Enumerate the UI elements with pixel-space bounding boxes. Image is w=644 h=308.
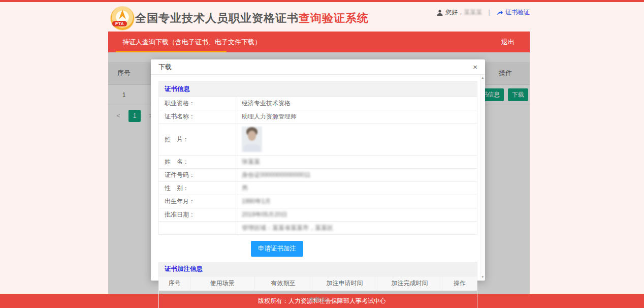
photo-face-shape: [248, 131, 256, 141]
modal-scrollbar[interactable]: ▲ ▼: [480, 75, 485, 280]
no-data-text: 无数据: [159, 291, 477, 308]
page-title-accent: 查询验证系统: [299, 12, 369, 24]
cert-row-gender: 性 别： 男: [159, 182, 477, 195]
pta-logo-icon: PTA: [111, 7, 134, 30]
cert-label: 职业资格：: [159, 97, 236, 110]
modal-header: 下载 ×: [151, 59, 485, 75]
logo-banner-text: PTA: [112, 21, 127, 26]
cert-value: 助理人力资源管理师: [236, 110, 477, 124]
cert-verify-label: 证书验证: [505, 8, 530, 17]
anno-col-apply-time: 加注申请时间: [312, 276, 377, 291]
apply-annotation-button[interactable]: 申请证书加注: [251, 241, 303, 257]
cert-row-photo: 照 片：: [159, 124, 477, 156]
cert-row-id-number: 证件号码： 身份证000000000000011: [159, 169, 477, 182]
cert-label: 照 片：: [159, 124, 236, 156]
greeting-text: 您好，: [445, 8, 464, 17]
username-masked: 某某某: [464, 8, 482, 17]
annotation-table: 序号 使用场景 有效期至 加注申请时间 加注完成时间 操作 无数据: [158, 276, 477, 308]
main-nav: 持证人查询下载（含电子证书、电子文件下载） 退出: [108, 32, 530, 52]
anno-col-operation: 操作: [442, 276, 477, 291]
user-info: 您好， 某某某 ｜ 证书验证: [436, 8, 530, 17]
cert-row-approval-date: 批准日期： 2019年05月20日: [159, 208, 477, 222]
download-modal: 下载 × ▲ ▼ 证书信息 职业资格： 经济专业技术资格 证书名称： 助理人力资…: [151, 59, 485, 281]
cert-label: [159, 222, 236, 235]
share-arrow-icon: [496, 9, 503, 16]
cert-value-masked: 2019年05月20日: [236, 208, 477, 222]
cert-photo-cell: [236, 124, 477, 156]
logo-flame-shape: [118, 10, 127, 21]
photo-shirt-shape: [243, 144, 261, 152]
page-title-main: 全国专业技术人员职业资格证书: [135, 12, 299, 24]
modal-body: 证书信息 职业资格： 经济专业技术资格 证书名称： 助理人力资源管理师 照 片：: [151, 75, 485, 308]
cert-label: 证书名称：: [159, 110, 236, 124]
cert-value-masked: 身份证000000000000011: [236, 169, 477, 182]
page-title: 全国专业技术人员职业资格证书查询验证系统: [135, 11, 369, 26]
annotation-section-title: 证书加注信息: [158, 262, 477, 276]
separator: ｜: [486, 8, 492, 17]
close-icon[interactable]: ×: [473, 63, 477, 71]
anno-col-scene: 使用场景: [190, 276, 254, 291]
cert-row-qualification: 职业资格： 经济专业技术资格: [159, 97, 477, 110]
cert-value: 经济专业技术资格: [236, 97, 477, 110]
annotation-empty-row: 无数据: [159, 291, 477, 308]
cert-info-section-title: 证书信息: [159, 82, 477, 97]
logout-button[interactable]: 退出: [501, 38, 514, 47]
cert-value-masked: 男: [236, 182, 477, 195]
anno-col-complete-time: 加注完成时间: [377, 276, 442, 291]
cert-label: 证件号码：: [159, 169, 236, 182]
cert-value-masked: 管理区域：某某省某某市，某某区: [236, 222, 477, 235]
annotation-table-header: 序号 使用场景 有效期至 加注申请时间 加注完成时间 操作: [159, 276, 477, 291]
tab-label: 持证人查询下载（含电子证书、电子文件下载）: [122, 38, 261, 47]
holder-photo: [242, 127, 262, 152]
cert-label: 姓 名：: [159, 156, 236, 169]
cert-label: 性 别：: [159, 182, 236, 195]
modal-title: 下载: [158, 63, 172, 72]
scrollbar-up-icon[interactable]: ▲: [480, 75, 485, 80]
cert-value-masked: 1990年1月: [236, 195, 477, 208]
user-icon: [436, 9, 443, 16]
anno-col-valid-until: 有效期至: [254, 276, 312, 291]
cert-row-name: 证书名称： 助理人力资源管理师: [159, 110, 477, 124]
certificate-info-table: 证书信息 职业资格： 经济专业技术资格 证书名称： 助理人力资源管理师 照 片：: [158, 81, 477, 235]
cert-info-section-header: 证书信息: [159, 82, 477, 97]
cert-label: 批准日期：: [159, 208, 236, 222]
cert-row-region: 管理区域：某某省某某市，某某区: [159, 222, 477, 235]
cert-value-masked: 张某某: [236, 156, 477, 169]
cert-row-holder-name: 姓 名： 张某某: [159, 156, 477, 169]
brand: PTA 全国专业技术人员职业资格证书查询验证系统: [111, 7, 369, 30]
page-header: PTA 全国专业技术人员职业资格证书查询验证系统 您好， 某某某 ｜ 证书验证: [108, 2, 530, 32]
cert-verify-link[interactable]: 证书验证: [496, 8, 530, 17]
cert-row-birth: 出生年月： 1990年1月: [159, 195, 477, 208]
tab-holder-query-download[interactable]: 持证人查询下载（含电子证书、电子文件下载）: [108, 32, 275, 52]
scrollbar-down-icon[interactable]: ▼: [480, 274, 485, 280]
anno-col-index: 序号: [159, 276, 190, 291]
cert-label: 出生年月：: [159, 195, 236, 208]
